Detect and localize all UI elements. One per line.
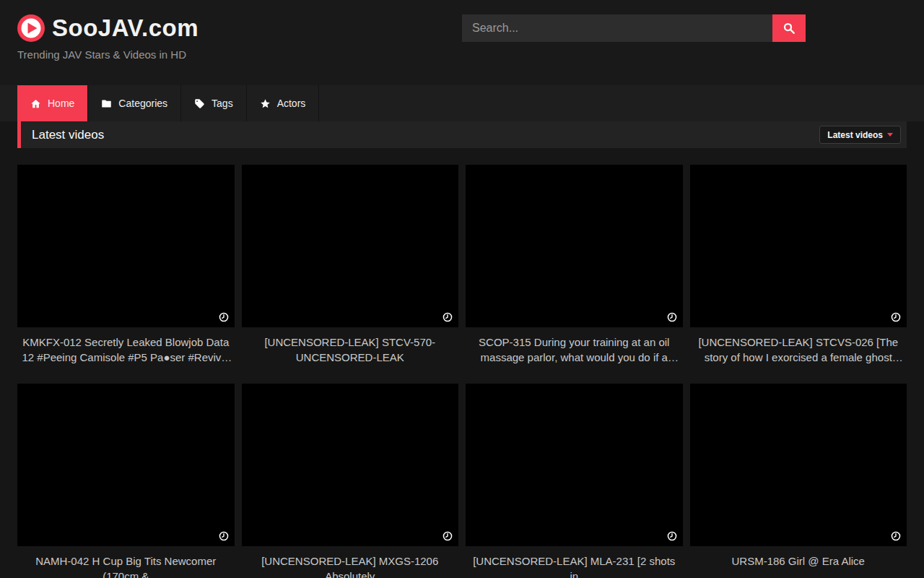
video-title[interactable]: URSM-186 Girl @ Era Alice bbox=[690, 553, 907, 569]
search-button[interactable] bbox=[772, 14, 806, 42]
video-thumbnail[interactable] bbox=[466, 165, 683, 327]
site-header: SooJAV.com Trending JAV Stars & Videos i… bbox=[0, 0, 924, 85]
sort-dropdown-label: Latest videos bbox=[827, 130, 883, 140]
main-nav: HomeCategoriesTagsActors bbox=[0, 85, 924, 121]
video-title[interactable]: [UNCENSORED-LEAK] STCV-570-UNCENSORED-LE… bbox=[242, 335, 459, 365]
video-title[interactable]: [UNCENSORED-LEAK] MLA-231 [2 shots in bbox=[466, 553, 683, 578]
section-title: Latest videos bbox=[32, 128, 104, 142]
video-title[interactable]: [UNCENSORED-LEAK] STCVS-026 [The story o… bbox=[690, 335, 907, 365]
home-icon bbox=[30, 98, 41, 109]
nav-tab-tags[interactable]: Tags bbox=[181, 85, 247, 121]
clock-icon bbox=[891, 531, 901, 541]
video-card[interactable]: URSM-186 Girl @ Era Alice bbox=[690, 384, 907, 578]
tag-icon bbox=[194, 98, 205, 109]
caret-down-icon bbox=[887, 133, 893, 137]
nav-tab-home[interactable]: Home bbox=[17, 85, 88, 121]
video-title[interactable]: KMKFX-012 Secretly Leaked Blowjob Data 1… bbox=[17, 335, 235, 365]
site-tagline: Trending JAV Stars & Videos in HD bbox=[17, 48, 907, 61]
clock-icon bbox=[219, 531, 229, 541]
clock-icon bbox=[443, 531, 453, 541]
section-header: Latest videos Latest videos bbox=[17, 121, 907, 148]
video-thumbnail[interactable] bbox=[242, 384, 459, 546]
nav-tab-label: Tags bbox=[212, 98, 233, 109]
sort-dropdown[interactable]: Latest videos bbox=[819, 126, 901, 144]
video-thumbnail[interactable] bbox=[690, 384, 907, 546]
nav-tab-label: Categories bbox=[118, 98, 167, 109]
star-icon bbox=[260, 98, 271, 109]
site-name[interactable]: SooJAV.com bbox=[52, 14, 199, 42]
nav-tab-categories[interactable]: Categories bbox=[88, 85, 181, 121]
clock-icon bbox=[443, 312, 453, 322]
nav-tab-actors[interactable]: Actors bbox=[247, 85, 320, 121]
video-grid: KMKFX-012 Secretly Leaked Blowjob Data 1… bbox=[17, 165, 907, 578]
search-icon bbox=[783, 22, 796, 35]
clock-icon bbox=[219, 312, 229, 322]
clock-icon bbox=[891, 312, 901, 322]
video-card[interactable]: SCOP-315 During your training at an oil … bbox=[466, 165, 683, 365]
search-input[interactable] bbox=[462, 14, 772, 42]
video-thumbnail[interactable] bbox=[17, 165, 235, 327]
video-card[interactable]: NAMH-042 H Cup Big Tits Newcomer (170cm … bbox=[17, 384, 235, 578]
video-thumbnail[interactable] bbox=[17, 384, 235, 546]
search-form bbox=[462, 14, 806, 42]
video-card[interactable]: [UNCENSORED-LEAK] STCVS-026 [The story o… bbox=[690, 165, 907, 365]
play-icon bbox=[17, 14, 45, 42]
clock-icon bbox=[667, 312, 677, 322]
video-card[interactable]: [UNCENSORED-LEAK] STCV-570-UNCENSORED-LE… bbox=[242, 165, 459, 365]
video-thumbnail[interactable] bbox=[466, 384, 683, 546]
nav-tab-label: Actors bbox=[277, 98, 306, 109]
video-thumbnail[interactable] bbox=[242, 165, 459, 327]
nav-tab-label: Home bbox=[48, 98, 74, 109]
video-card[interactable]: [UNCENSORED-LEAK] MLA-231 [2 shots in bbox=[466, 384, 683, 578]
clock-icon bbox=[667, 531, 677, 541]
video-title[interactable]: SCOP-315 During your training at an oil … bbox=[466, 335, 683, 365]
video-title[interactable]: [UNCENSORED-LEAK] MXGS-1206 Absolutely bbox=[242, 553, 459, 578]
site-logo[interactable]: SooJAV.com bbox=[17, 14, 199, 42]
video-card[interactable]: KMKFX-012 Secretly Leaked Blowjob Data 1… bbox=[17, 165, 235, 365]
video-thumbnail[interactable] bbox=[690, 165, 907, 327]
folder-icon bbox=[101, 98, 112, 109]
video-title[interactable]: NAMH-042 H Cup Big Tits Newcomer (170cm … bbox=[17, 553, 235, 578]
video-card[interactable]: [UNCENSORED-LEAK] MXGS-1206 Absolutely bbox=[242, 384, 459, 578]
